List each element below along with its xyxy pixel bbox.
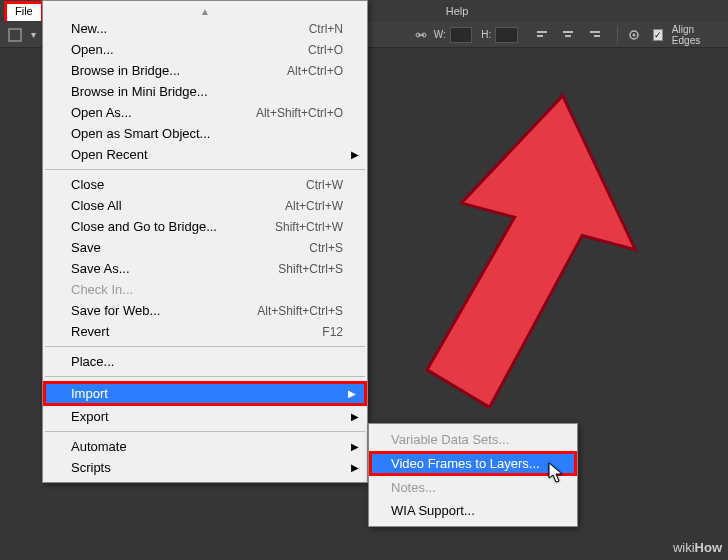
height-input[interactable] [495, 27, 517, 43]
menu-automate[interactable]: Automate▶ [43, 436, 367, 457]
menu-place[interactable]: Place... [43, 351, 367, 372]
svg-rect-6 [565, 35, 571, 37]
menu-save-as[interactable]: Save As...Shift+Ctrl+S [43, 258, 367, 279]
menu-save[interactable]: SaveCtrl+S [43, 237, 367, 258]
submenu-wia-support[interactable]: WIA Support... [369, 499, 577, 522]
menu-open-smart[interactable]: Open as Smart Object... [43, 123, 367, 144]
svg-point-10 [633, 33, 636, 36]
menu-import[interactable]: Import▶ [43, 381, 367, 406]
menu-separator [45, 346, 365, 347]
menu-separator [45, 376, 365, 377]
align-center-icon[interactable] [560, 25, 577, 45]
menu-separator [45, 431, 365, 432]
width-label: W: [434, 29, 446, 40]
menu-scripts[interactable]: Scripts▶ [43, 457, 367, 478]
svg-rect-3 [537, 31, 547, 33]
menu-export[interactable]: Export▶ [43, 406, 367, 427]
menu-open[interactable]: Open...Ctrl+O [43, 39, 367, 60]
menu-close[interactable]: CloseCtrl+W [43, 174, 367, 195]
help-menu-button[interactable]: Help [436, 3, 479, 19]
chevron-right-icon: ▶ [351, 441, 359, 452]
menu-open-recent[interactable]: Open Recent▶ [43, 144, 367, 165]
svg-rect-7 [590, 31, 600, 33]
chevron-right-icon: ▶ [351, 149, 359, 160]
menu-separator [45, 169, 365, 170]
align-left-icon[interactable] [534, 25, 551, 45]
svg-rect-8 [594, 35, 600, 37]
history-icon[interactable]: ▾ [28, 25, 39, 45]
submenu-video-frames-to-layers[interactable]: Video Frames to Layers... [369, 451, 577, 476]
height-label: H: [481, 29, 491, 40]
chevron-right-icon: ▶ [351, 462, 359, 473]
file-menu-dropdown: ▲ New...Ctrl+N Open...Ctrl+O Browse in B… [42, 0, 368, 483]
link-icon[interactable] [415, 25, 427, 45]
width-input[interactable] [450, 27, 472, 43]
chevron-right-icon: ▶ [351, 411, 359, 422]
submenu-variable-data-sets: Variable Data Sets... [369, 428, 577, 451]
svg-rect-4 [537, 35, 543, 37]
align-right-icon[interactable] [587, 25, 604, 45]
align-edges-checkbox[interactable] [653, 29, 663, 41]
svg-rect-0 [9, 29, 21, 41]
menu-close-all[interactable]: Close AllAlt+Ctrl+W [43, 195, 367, 216]
menu-open-as[interactable]: Open As...Alt+Shift+Ctrl+O [43, 102, 367, 123]
menu-save-web[interactable]: Save for Web...Alt+Shift+Ctrl+S [43, 300, 367, 321]
chevron-right-icon: ▶ [348, 388, 356, 399]
menu-browse-mini-bridge[interactable]: Browse in Mini Bridge... [43, 81, 367, 102]
watermark: wikiHow [673, 540, 722, 556]
tool-preset-icon[interactable] [8, 25, 22, 45]
menu-browse-bridge[interactable]: Browse in Bridge...Alt+Ctrl+O [43, 60, 367, 81]
svg-rect-5 [563, 31, 573, 33]
gear-icon[interactable] [626, 25, 643, 45]
import-submenu: Variable Data Sets... Video Frames to La… [368, 423, 578, 527]
scroll-up-arrow[interactable]: ▲ [43, 5, 367, 18]
file-menu-button[interactable]: File [4, 1, 44, 21]
submenu-notes: Notes... [369, 476, 577, 499]
menu-check-in: Check In... [43, 279, 367, 300]
menu-new[interactable]: New...Ctrl+N [43, 18, 367, 39]
align-edges-label: Align Edges [672, 24, 716, 46]
menu-revert[interactable]: RevertF12 [43, 321, 367, 342]
menu-close-bridge[interactable]: Close and Go to Bridge...Shift+Ctrl+W [43, 216, 367, 237]
